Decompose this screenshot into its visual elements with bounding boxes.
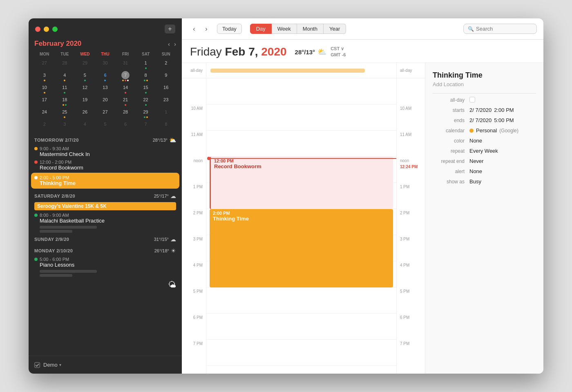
event-dot [34, 176, 38, 179]
color-row: color None [433, 138, 536, 144]
day-cell[interactable]: 5 [75, 70, 95, 82]
day-cell[interactable]: 31 [115, 58, 136, 70]
day-cell[interactable]: 15 [136, 82, 156, 94]
day-cell[interactable]: 6 [115, 119, 136, 129]
event-bookworm[interactable]: 12:00 - 2:00 PM Record Bookworm [34, 158, 176, 172]
time-label-noon: noon [182, 157, 206, 183]
event-thinking-block[interactable]: 2:00 PM Thinking Time [210, 209, 393, 287]
day-header-tomorrow: TOMORROW 2/7/20 28°/13° ⛅ [34, 134, 176, 145]
time-label-3pm: 3 PM [182, 235, 206, 261]
minimize-button[interactable] [44, 27, 49, 32]
event-mastermind[interactable]: 9:00 - 9:30 AM Mastermind Check In [34, 145, 176, 158]
day-cell[interactable]: 16 [156, 82, 176, 94]
today-cell[interactable]: 7 [115, 70, 136, 82]
event-thinking-selected[interactable]: 2:00 - 5:00 PM Thinking Time [31, 173, 179, 189]
event-bookworm-block[interactable]: 12:00 PM Record Bookworm [210, 157, 393, 209]
time-bar [210, 158, 396, 159]
day-cell[interactable]: 10 [34, 82, 55, 94]
day-cell[interactable]: 27 [34, 58, 55, 70]
day-cell[interactable]: 13 [95, 82, 116, 94]
event-basketball[interactable]: 8:00 - 9:00 AM Malachi Basketball Practi… [34, 212, 176, 225]
weather-icon: ☁ [170, 236, 176, 243]
day-cell[interactable]: 9 [156, 70, 176, 82]
prev-month-button[interactable]: ‹ [168, 40, 170, 47]
thinking-time: 2:00 PM [213, 211, 390, 216]
day-cell[interactable]: 1 [136, 58, 156, 70]
close-button[interactable] [35, 27, 40, 32]
week-view-button[interactable]: Week [272, 24, 297, 34]
day-cell[interactable]: 2 [34, 119, 55, 129]
weather-info: 28°/13° ⛅ CST ∨ GMT -6 [295, 46, 346, 58]
day-cell[interactable]: 17 [34, 95, 55, 107]
all-day-checkbox[interactable] [469, 97, 475, 102]
date-header: Friday Feb 7, 2020 28°/13° ⛅ CST ∨ GMT -… [182, 40, 543, 63]
sunday-label: SUNDAY 2/9/20 [34, 237, 69, 242]
time-label-2pm: 2 PM [182, 209, 206, 235]
right-time-empty [397, 78, 425, 105]
month-view-button[interactable]: Month [297, 24, 324, 34]
day-cell[interactable]: 18 [55, 95, 75, 107]
time-label-10am [182, 78, 206, 105]
mini-cal-header: February 2020 ‹ › [34, 40, 176, 48]
day-cell[interactable]: 8 [156, 119, 176, 129]
day-cell[interactable]: 28 [115, 107, 136, 119]
fullscreen-button[interactable] [52, 27, 58, 32]
day-cell[interactable]: 28 [55, 58, 75, 70]
day-cell[interactable]: 4 [55, 70, 75, 82]
search-input[interactable] [476, 26, 537, 32]
year-view-button[interactable]: Year [324, 24, 346, 34]
day-cell[interactable]: 24 [34, 107, 55, 119]
day-cell[interactable]: 6 [95, 70, 116, 82]
right-3pm: 3 PM [397, 235, 425, 261]
day-cell[interactable]: 19 [75, 95, 95, 107]
all-day-event-valentine[interactable]: Seroogy's Valentine 15K & 5K [34, 202, 176, 210]
demo-label: Demo ▾ [43, 362, 61, 368]
day-cell[interactable]: 23 [156, 95, 176, 107]
day-cell[interactable]: 11 [55, 82, 75, 94]
day-cell[interactable]: 26 [75, 107, 95, 119]
detail-title: Thinking Time [433, 71, 536, 80]
search-box: 🔍 [463, 24, 537, 34]
day-cell[interactable]: 1 [156, 107, 176, 119]
weather-icon: ☀ [171, 247, 176, 254]
time-grid: 12:00 PM Record Bookworm 2:00 PM Thinkin… [206, 78, 396, 366]
cal-body: all-day 10 AM 11 AM noon 1 PM 2 PM 3 PM … [182, 63, 543, 374]
dow-row: MON TUE WED THU FRI SAT SUN [34, 51, 176, 57]
day-cell[interactable]: 30 [95, 58, 116, 70]
prev-day-button[interactable]: ‹ [188, 23, 200, 35]
right-6pm: 6 PM [397, 314, 425, 340]
day-cell[interactable]: 14 [115, 82, 136, 94]
mini-cal-grid: MON TUE WED THU FRI SAT SUN 27 28 29 30 … [34, 51, 176, 129]
time-label-11am: 11 AM [182, 131, 206, 157]
demo-checkbox[interactable] [34, 362, 40, 368]
next-month-button[interactable]: › [174, 40, 176, 47]
tomorrow-weather: 28°/13° ⛅ [153, 137, 176, 143]
show-as-row: show as Busy [433, 178, 536, 185]
day-cell[interactable]: 20 [95, 95, 116, 107]
day-cell[interactable]: 7 [136, 119, 156, 129]
right-11am: 11 AM [397, 131, 425, 157]
day-cell[interactable]: 2 [156, 58, 176, 70]
time-label-5pm: 5 PM [182, 287, 206, 314]
event-dot [34, 160, 38, 164]
day-cell[interactable]: 8 [136, 70, 156, 82]
day-cell[interactable]: 3 [55, 119, 75, 129]
today-button[interactable]: Today [217, 24, 242, 34]
day-section-tomorrow: TOMORROW 2/7/20 28°/13° ⛅ 9:00 - 9:30 AM… [29, 134, 182, 189]
day-cell[interactable]: 29 [136, 107, 156, 119]
day-cell[interactable]: 5 [95, 119, 116, 129]
day-cell[interactable]: 21 [115, 95, 136, 107]
all-day-event-bar[interactable] [210, 69, 365, 73]
day-cell[interactable]: 22 [136, 95, 156, 107]
next-day-button[interactable]: › [201, 23, 212, 35]
add-button[interactable]: + [165, 24, 175, 33]
event-piano[interactable]: 5:00 - 6:00 PM Piano Lessons [34, 256, 176, 269]
add-location[interactable]: Add Location [433, 81, 536, 87]
day-cell[interactable]: 27 [95, 107, 116, 119]
day-view-button[interactable]: Day [250, 24, 272, 34]
day-cell[interactable]: 3 [34, 70, 55, 82]
day-cell[interactable]: 4 [75, 119, 95, 129]
day-cell[interactable]: 29 [75, 58, 95, 70]
day-cell[interactable]: 12 [75, 82, 95, 94]
day-cell[interactable]: 25 [55, 107, 75, 119]
